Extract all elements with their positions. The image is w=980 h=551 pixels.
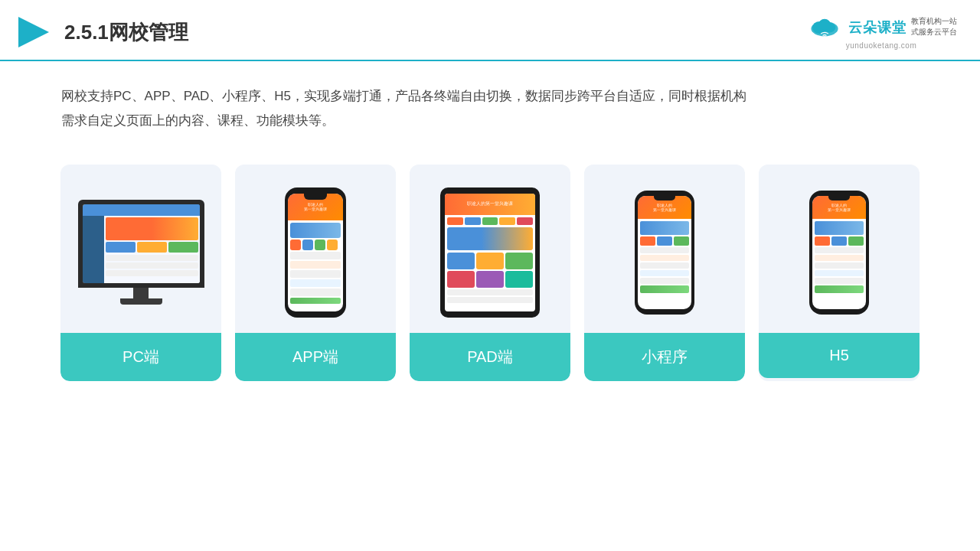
svg-marker-0 xyxy=(18,17,49,47)
description-text: 网校支持PC、APP、PAD、小程序、H5，实现多端打通，产品各终端自由切换，数… xyxy=(0,61,980,142)
logo-slogan: 教育机构一站 式服务云平台 xyxy=(911,16,957,37)
h5-phone-icon: 职途人的第一堂兴趣课 xyxy=(809,191,869,315)
card-pc-label: PC端 xyxy=(60,333,221,381)
card-miniprogram-label: 小程序 xyxy=(584,333,745,381)
page-header: 2.5.1网校管理 云朵课堂 教育机构一站 式服务云平台 yunduoketan… xyxy=(0,0,980,61)
card-app-image: 职途人的第一堂兴趣课 xyxy=(235,165,396,333)
logo-text: 云朵课堂 xyxy=(848,18,906,37)
logo-area: 云朵课堂 教育机构一站 式服务云平台 yunduoketang.com xyxy=(805,15,957,50)
header-left: 2.5.1网校管理 xyxy=(15,14,188,51)
app-phone-icon: 职途人的第一堂兴趣课 xyxy=(285,187,346,318)
logo-cloud: 云朵课堂 教育机构一站 式服务云平台 xyxy=(805,15,957,40)
cloud-icon xyxy=(805,15,844,40)
svg-point-5 xyxy=(824,36,825,37)
card-h5-image: 职途人的第一堂兴趣课 xyxy=(759,165,920,333)
page-title: 2.5.1网校管理 xyxy=(64,19,188,46)
card-miniprogram: 职途人的第一堂兴趣课 xyxy=(584,165,745,381)
play-icon xyxy=(15,14,52,51)
svg-point-4 xyxy=(818,18,831,29)
card-app: 职途人的第一堂兴趣课 xyxy=(235,165,396,381)
pc-monitor-icon xyxy=(78,200,204,305)
card-pad: 职途人的第一堂兴趣课 xyxy=(410,165,570,381)
card-pad-image: 职途人的第一堂兴趣课 xyxy=(410,165,570,333)
card-h5-label: H5 xyxy=(759,333,920,378)
miniprogram-phone-icon: 职途人的第一堂兴趣课 xyxy=(635,191,694,315)
card-app-label: APP端 xyxy=(235,333,396,381)
cards-container: PC端 职途人的第一堂兴趣课 xyxy=(0,142,980,404)
logo-pinyin: yunduoketang.com xyxy=(846,41,917,50)
pad-tablet-icon: 职途人的第一堂兴趣课 xyxy=(440,187,540,318)
card-h5: 职途人的第一堂兴趣课 xyxy=(759,165,920,381)
card-pad-label: PAD端 xyxy=(410,333,570,381)
card-pc: PC端 xyxy=(60,165,221,381)
card-pc-image xyxy=(60,165,221,333)
card-miniprogram-image: 职途人的第一堂兴趣课 xyxy=(584,165,745,333)
